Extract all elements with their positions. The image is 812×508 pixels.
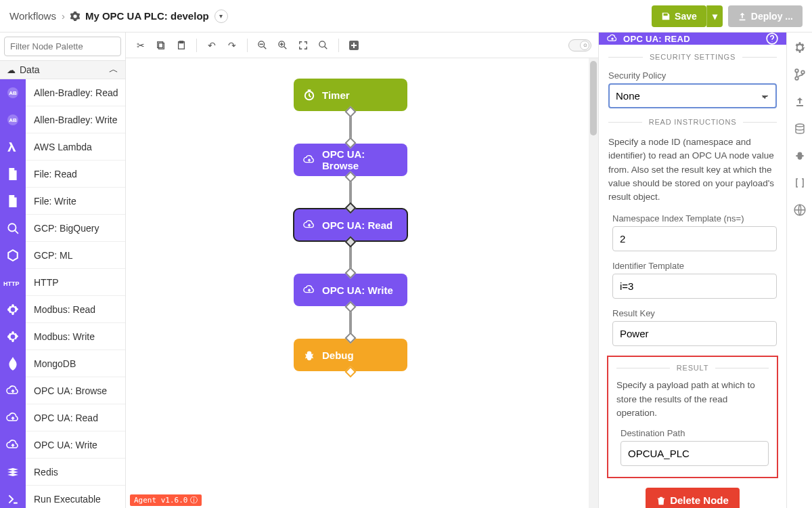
search-canvas-button[interactable] xyxy=(315,37,332,54)
properties-panel: OPC UA: READ SECURITY SETTINGS Security … xyxy=(598,33,786,508)
identifier-label: Identifier Template xyxy=(612,261,777,271)
breadcrumb-root[interactable]: Workflows xyxy=(9,10,56,22)
copy-button[interactable] xyxy=(153,37,169,54)
palette-item-label: GCP: ML xyxy=(26,250,73,261)
node-timer[interactable]: Timer xyxy=(294,79,407,111)
save-button[interactable]: Save xyxy=(652,5,706,27)
svg-point-12 xyxy=(319,41,325,47)
save-icon xyxy=(661,12,671,21)
palette-item[interactable]: Run Executable xyxy=(0,486,125,508)
workflow-canvas[interactable]: Timer OPC UA: Browse OPC UA: Read xyxy=(126,58,598,508)
resultkey-input[interactable] xyxy=(612,321,777,346)
palette-item[interactable]: GCP: BigQuery xyxy=(0,215,125,242)
upload-icon[interactable] xyxy=(793,95,807,108)
header-actions: Save ▾ Deploy ... xyxy=(652,5,803,27)
node-opcua-read[interactable]: OPC UA: Read xyxy=(294,209,407,241)
zoom-in-button[interactable] xyxy=(275,37,291,54)
agent-version-badge: Agent v1.6.0ⓘ xyxy=(130,494,202,506)
svg-text:HTTP: HTTP xyxy=(3,280,20,287)
add-button[interactable] xyxy=(346,37,362,54)
palette-item-label: OPC UA: Browse xyxy=(26,385,107,396)
palette-item[interactable]: OPC UA: Browse xyxy=(0,377,125,404)
palette-item[interactable]: Redis xyxy=(0,459,125,486)
delete-node-button[interactable]: Delete Node xyxy=(646,488,740,508)
palette-item[interactable]: ABAllen-Bradley: Write xyxy=(0,106,125,133)
help-icon[interactable] xyxy=(766,33,778,45)
lambda-icon xyxy=(0,133,26,161)
node-debug[interactable]: Debug xyxy=(294,339,407,371)
svg-text:AB: AB xyxy=(9,117,17,123)
palette-item[interactable]: ABAllen-Bradley: Read xyxy=(0,79,125,106)
cloud-sync-icon xyxy=(303,284,315,296)
undo-button[interactable]: ↶ xyxy=(204,37,220,54)
canvas-toolbar: ✂ ↶ ↷ ⊙ xyxy=(126,33,598,58)
globe-icon[interactable] xyxy=(793,203,807,217)
gear-icon xyxy=(0,296,26,323)
svg-point-19 xyxy=(796,124,804,127)
settings-icon[interactable] xyxy=(793,41,807,54)
palette-item[interactable]: GCP: ML xyxy=(0,242,125,269)
mongo-icon xyxy=(0,350,26,377)
redo-button[interactable]: ↷ xyxy=(224,37,240,54)
palette-item-label: OPC UA: Read xyxy=(26,412,98,423)
deploy-button[interactable]: Deploy ... xyxy=(728,5,803,27)
chevron-right-icon: › xyxy=(62,10,65,22)
palette-search-input[interactable] xyxy=(4,37,121,56)
palette-item-label: File: Write xyxy=(26,196,76,207)
palette-item[interactable]: Modbus: Write xyxy=(0,323,125,350)
palette-item[interactable]: AWS Lambda xyxy=(0,133,125,161)
palette-item[interactable]: File: Read xyxy=(0,161,125,188)
live-toggle[interactable]: ⊙ xyxy=(568,39,591,51)
node-label: OPC UA: Read xyxy=(322,219,392,231)
security-policy-select[interactable]: None xyxy=(608,83,777,108)
cloud-icon xyxy=(0,404,26,431)
node-opcua-write[interactable]: OPC UA: Write xyxy=(294,274,407,306)
node-palette: ☁ Data ︿ ABAllen-Bradley: ReadABAllen-Br… xyxy=(0,33,126,508)
palette-item-label: MongoDB xyxy=(26,358,76,369)
destination-input[interactable] xyxy=(621,441,769,466)
palette-item-label: OPC UA: Write xyxy=(26,440,97,450)
file-icon xyxy=(0,161,26,188)
palette-category-label: Data xyxy=(20,64,40,75)
save-dropdown[interactable]: ▾ xyxy=(706,5,723,27)
result-text: Specify a payload path at which to store… xyxy=(616,379,769,420)
palette-item[interactable]: Modbus: Read xyxy=(0,296,125,323)
ab-icon: AB xyxy=(0,79,26,106)
palette-item[interactable]: MongoDB xyxy=(0,350,125,377)
database-icon[interactable] xyxy=(793,122,807,135)
palette-item[interactable]: HTTPHTTP xyxy=(0,269,125,296)
gear-icon xyxy=(0,323,26,350)
bq-icon xyxy=(0,215,26,242)
canvas-scrollbar[interactable] xyxy=(589,58,598,508)
header: Workflows › My OPC UA PLC: develop ▾ Sav… xyxy=(0,0,812,33)
brackets-icon[interactable] xyxy=(793,176,807,190)
breadcrumb-title: My OPC UA PLC: develop xyxy=(85,10,209,22)
node-label: Debug xyxy=(322,350,354,361)
namespace-input[interactable] xyxy=(612,226,777,251)
trash-icon xyxy=(656,496,666,505)
exe-icon xyxy=(0,486,26,509)
palette-category-data[interactable]: ☁ Data ︿ xyxy=(0,61,125,79)
zoom-out-button[interactable] xyxy=(254,37,271,54)
cut-button[interactable]: ✂ xyxy=(133,37,149,54)
palette-item[interactable]: OPC UA: Read xyxy=(0,404,125,431)
palette-item[interactable]: OPC UA: Write xyxy=(0,431,125,459)
node-opcua-browse[interactable]: OPC UA: Browse xyxy=(294,144,407,176)
svg-text:AB: AB xyxy=(9,90,17,96)
version-dropdown[interactable]: ▾ xyxy=(215,9,228,23)
fit-button[interactable] xyxy=(295,37,311,54)
section-instructions: READ INSTRUCTIONS xyxy=(608,118,777,126)
branch-icon[interactable] xyxy=(793,68,807,81)
security-policy-label: Security Policy xyxy=(608,70,777,81)
identifier-input[interactable] xyxy=(612,274,777,299)
palette-item[interactable]: File: Write xyxy=(0,188,125,215)
palette-item-label: GCP: BigQuery xyxy=(26,223,99,234)
node-label: Timer xyxy=(322,89,350,101)
info-icon: ⓘ xyxy=(190,495,198,505)
palette-item-label: Allen-Bradley: Read xyxy=(26,87,118,98)
palette-list: ABAllen-Bradley: ReadABAllen-Bradley: Wr… xyxy=(0,79,125,508)
debug-icon[interactable] xyxy=(793,149,807,163)
palette-item-label: Modbus: Read xyxy=(26,304,95,315)
paste-button[interactable] xyxy=(173,37,189,54)
svg-point-17 xyxy=(795,77,798,80)
